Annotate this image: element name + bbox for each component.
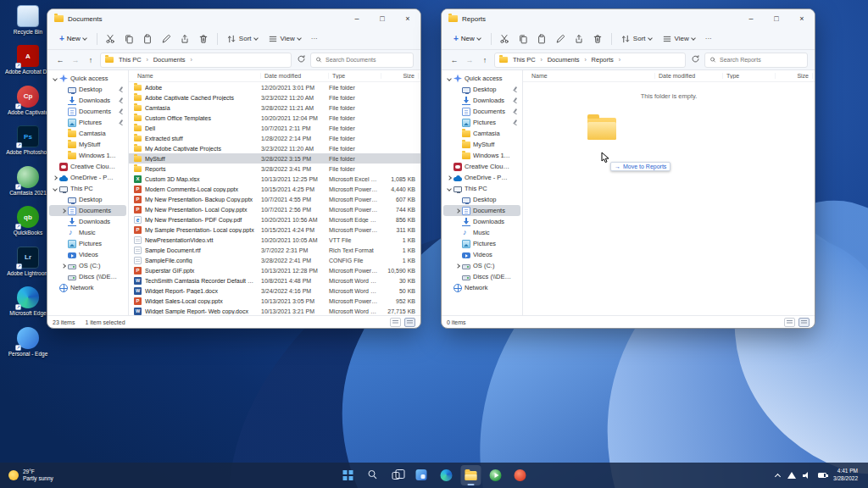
breadcrumb-item[interactable]: Reports: [590, 55, 615, 64]
rename-button[interactable]: [552, 31, 570, 47]
view-button[interactable]: View: [264, 31, 306, 47]
maximize-button[interactable]: □: [370, 9, 395, 28]
sidebar-item[interactable]: Discs (\\DESKTOP-2...: [443, 271, 520, 282]
file-row[interactable]: Adobe Captivate Cached Projects 3/23/202…: [129, 92, 420, 103]
copy-button[interactable]: [515, 31, 532, 47]
file-row[interactable]: My New Presentation- PDF Copy.pdf 10/20/…: [129, 214, 420, 225]
expand-chevron-icon[interactable]: [60, 208, 67, 214]
sidebar-item[interactable]: Camtasia: [443, 128, 520, 139]
column-header[interactable]: Type: [329, 73, 381, 79]
cut-button[interactable]: [496, 31, 514, 47]
delete-button[interactable]: [589, 31, 607, 47]
address-bar[interactable]: This PC Documents Reports: [494, 53, 686, 68]
taskbar-app-icon[interactable]: [437, 465, 457, 485]
file-row[interactable]: My Sample Presentation- Local copy.pptx …: [129, 225, 420, 235]
expand-chevron-icon[interactable]: [446, 75, 453, 82]
sidebar-item[interactable]: Music: [49, 227, 126, 238]
title-bar[interactable]: Documents – □ ×: [47, 9, 420, 28]
up-button[interactable]: ↑: [479, 56, 491, 64]
refresh-button[interactable]: [295, 54, 307, 65]
sidebar-item[interactable]: Creative Cloud Files: [443, 161, 520, 172]
sidebar-item[interactable]: Network: [443, 282, 520, 293]
sidebar-item[interactable]: Pictures: [443, 117, 520, 128]
address-bar[interactable]: This PC Documents: [100, 53, 292, 68]
taskbar-app-icon[interactable]: [363, 465, 383, 485]
taskbar-app-icon[interactable]: [486, 465, 506, 485]
more-options-button[interactable]: ···: [701, 32, 716, 45]
sidebar-item[interactable]: MyStuff: [49, 139, 126, 150]
forward-button[interactable]: →: [464, 56, 476, 64]
sidebar-item[interactable]: Downloads: [443, 95, 520, 106]
file-row[interactable]: Extracted stuff 1/28/2022 2:14 PM File f…: [129, 133, 420, 143]
sidebar-item[interactable]: Downloads: [49, 95, 126, 106]
file-row[interactable]: MyStuff 3/28/2022 3:15 PM File folder: [129, 153, 420, 164]
sort-button[interactable]: Sort: [222, 31, 263, 47]
sidebar-item[interactable]: Downloads: [49, 216, 126, 227]
paste-button[interactable]: [533, 31, 551, 47]
breadcrumb-item[interactable]: Documents: [152, 55, 187, 64]
file-row[interactable]: NewPresentationVideo.vtt 10/20/2021 10:0…: [129, 235, 420, 245]
copy-button[interactable]: [120, 31, 138, 47]
sidebar-item[interactable]: Videos: [443, 249, 520, 260]
weather-widget[interactable]: 29°FPartly sunny: [0, 469, 62, 483]
file-row[interactable]: SampleFile.config 3/28/2022 2:41 PM CONF…: [129, 255, 420, 265]
cut-button[interactable]: [102, 31, 120, 47]
sidebar-item[interactable]: This PC: [49, 183, 126, 194]
file-row[interactable]: Adobe 12/20/2021 3:01 PM File folder: [129, 82, 420, 92]
sidebar-item[interactable]: OS (C:): [443, 260, 520, 271]
file-row[interactable]: Sample Document.rtf 3/7/2022 2:31 PM Ric…: [129, 245, 420, 255]
file-row[interactable]: My New Presentation- Local Copy.pptx 10/…: [129, 204, 420, 214]
sidebar-item[interactable]: Discs (\\DESKTOP-2...: [49, 271, 126, 282]
sidebar-item[interactable]: Documents: [49, 205, 126, 216]
file-row[interactable]: Widget Sales-Local copy.pptx 10/13/2021 …: [129, 296, 420, 306]
file-row[interactable]: My New Presentation- Backup Copy.pptx 10…: [129, 194, 420, 204]
rename-button[interactable]: [158, 31, 175, 47]
title-bar[interactable]: Reports – □ ×: [442, 9, 815, 28]
large-icons-view-toggle[interactable]: [404, 318, 415, 327]
sidebar-item[interactable]: Creative Cloud Files: [49, 161, 126, 172]
sidebar-item[interactable]: Pictures: [443, 238, 520, 249]
paste-button[interactable]: [139, 31, 157, 47]
breadcrumb-item[interactable]: This PC: [117, 55, 143, 64]
file-row[interactable]: Camtasia 3/28/2022 11:21 AM File folder: [129, 103, 420, 113]
file-row[interactable]: Superstar GIF.pptx 10/13/2021 12:28 PM M…: [129, 265, 420, 275]
sidebar-item[interactable]: Windows 11- Capt...: [49, 150, 126, 161]
close-button[interactable]: ×: [789, 9, 815, 28]
share-button[interactable]: [176, 31, 194, 47]
expand-chevron-icon[interactable]: [446, 175, 453, 181]
details-view-toggle[interactable]: [784, 318, 795, 327]
column-header[interactable]: Date modified: [655, 73, 723, 79]
sidebar-item[interactable]: Quick access: [49, 73, 126, 84]
new-button[interactable]: + New: [448, 32, 487, 45]
file-row[interactable]: Custom 3D Map.xlsx 10/13/2021 12:25 PM M…: [129, 174, 420, 184]
column-header[interactable]: Size: [776, 73, 813, 79]
sidebar-item[interactable]: Quick access: [443, 73, 520, 84]
expand-chevron-icon[interactable]: [52, 186, 58, 192]
file-row[interactable]: Widget Sample Report- Web copy.docx 10/1…: [129, 306, 420, 315]
search-input[interactable]: [720, 57, 803, 63]
sidebar-item[interactable]: OS (C:): [49, 260, 126, 271]
file-row[interactable]: TechSmith Camtasia Recorder Default Di..…: [129, 275, 420, 286]
taskbar-app-icon[interactable]: [387, 465, 408, 485]
taskbar-app-icon[interactable]: [461, 465, 481, 485]
sidebar-item[interactable]: OneDrive - Personal: [49, 172, 126, 183]
sidebar-item[interactable]: Pictures: [49, 238, 126, 249]
taskbar-app-icon[interactable]: [510, 465, 531, 485]
sidebar-item[interactable]: Desktop: [443, 194, 520, 205]
delete-button[interactable]: [195, 31, 213, 47]
sidebar-item[interactable]: Documents: [443, 106, 520, 117]
file-row[interactable]: Widget Report- Page1.docx 3/24/2022 4:16…: [129, 286, 420, 296]
close-button[interactable]: ×: [395, 9, 420, 28]
taskbar-app-icon[interactable]: [338, 465, 359, 485]
taskbar-app-icon[interactable]: [412, 465, 432, 485]
volume-icon[interactable]: [803, 472, 811, 479]
sidebar-item[interactable]: Music: [443, 227, 520, 238]
sidebar-item[interactable]: Videos: [49, 249, 126, 260]
sidebar-item[interactable]: Desktop: [49, 84, 126, 95]
sidebar-item[interactable]: Camtasia: [49, 128, 126, 139]
new-button[interactable]: + New: [54, 32, 92, 45]
search-input[interactable]: [326, 57, 409, 63]
maximize-button[interactable]: □: [764, 9, 789, 28]
view-button[interactable]: View: [658, 31, 700, 47]
column-header[interactable]: Name: [134, 73, 261, 79]
